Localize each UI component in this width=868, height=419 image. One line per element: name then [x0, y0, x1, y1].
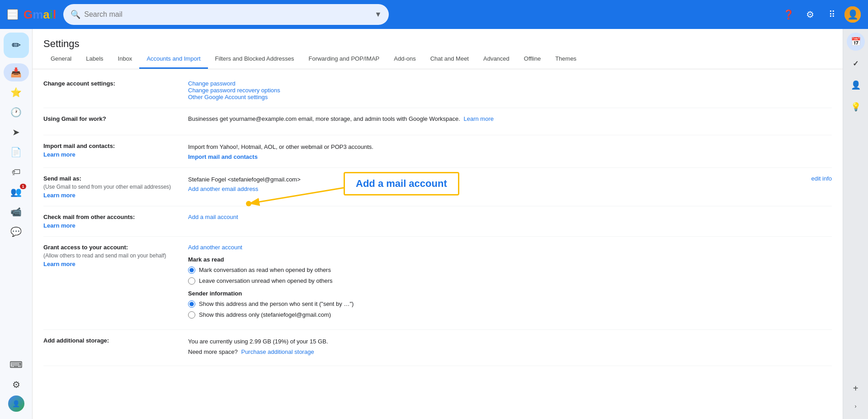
- tab-chat[interactable]: Chat and Meet: [423, 50, 476, 69]
- sidebar-item-contacts[interactable]: 👥 1: [4, 183, 29, 201]
- tab-general[interactable]: General: [43, 50, 79, 69]
- header-right: ❓ ⚙ ⠿ 👤: [779, 5, 861, 24]
- calendar-panel-button[interactable]: 📅: [847, 33, 865, 51]
- clock-icon: 🕐: [10, 107, 22, 118]
- compose-button[interactable]: ✏: [4, 33, 29, 58]
- avatar-image: 👤: [844, 6, 861, 23]
- calendar-icon: 📅: [851, 37, 861, 47]
- label-import-mail: Import mail and contacts: Learn more: [43, 143, 188, 160]
- sidebar-item-chat[interactable]: 💬: [4, 223, 29, 241]
- contacts-badge: 1: [20, 184, 26, 189]
- meet-icon: 📹: [10, 206, 22, 217]
- tab-accounts[interactable]: Accounts and Import: [139, 50, 208, 69]
- row-change-account: Change account settings: Change password…: [43, 73, 832, 108]
- sidebar-item-drafts[interactable]: 📄: [4, 143, 29, 161]
- sidebar: ✏ 📥 ⭐ 🕐 ➤ 📄 🏷 👥 1: [0, 29, 33, 419]
- add-mail-account-link[interactable]: Add a mail account: [188, 214, 238, 220]
- import-learn-more[interactable]: Learn more: [43, 151, 177, 158]
- sidebar-item-labels[interactable]: 🏷: [4, 163, 29, 181]
- search-input[interactable]: [84, 10, 371, 19]
- search-icon: 🔍: [71, 10, 80, 19]
- user-avatar-sidebar[interactable]: 👤: [8, 395, 24, 412]
- search-expand-icon[interactable]: ▼: [374, 10, 382, 19]
- row-add-storage: Add additional storage: You are currentl…: [43, 330, 832, 366]
- chat-icon: 💬: [10, 226, 22, 237]
- apps-button[interactable]: ⠿: [823, 5, 841, 24]
- add-panel-button[interactable]: +: [847, 379, 865, 397]
- label-change-account: Change account settings:: [43, 80, 188, 100]
- user-avatar-icon: 👤: [12, 400, 20, 407]
- leave-unread-option[interactable]: Leave conversation unread when opened by…: [188, 277, 832, 285]
- keep-panel-button[interactable]: 💡: [847, 98, 865, 116]
- show-only-radio[interactable]: [188, 311, 195, 319]
- contacts-panel-icon: 👤: [851, 80, 861, 90]
- sender-info-label: Sender information: [188, 290, 832, 297]
- expand-panel-button[interactable]: ›: [847, 397, 865, 415]
- show-only-option[interactable]: Show this address only (stefaniefogel@gm…: [188, 311, 832, 319]
- show-both-radio[interactable]: [188, 300, 195, 308]
- gmail-work-learn-more[interactable]: Learn more: [463, 115, 493, 122]
- mark-read-radio-group: Mark conversation as read when opened by…: [188, 267, 832, 285]
- import-mail-contacts-link[interactable]: Import mail and contacts: [188, 153, 258, 160]
- right-panel: 📅 ✓ 👤 💡 + ›: [843, 29, 868, 419]
- sidebar-item-meet[interactable]: 📹: [4, 203, 29, 221]
- tab-addons[interactable]: Add-ons: [387, 50, 423, 69]
- add-another-account-link[interactable]: Add another account: [188, 244, 242, 251]
- sender-info-radio-group: Show this address and the person who sen…: [188, 300, 832, 319]
- content-check-mail: Add a mail account: [188, 214, 832, 229]
- row-gmail-work: Using Gmail for work? Businesses get you…: [43, 108, 832, 135]
- tab-offline[interactable]: Offline: [517, 50, 548, 69]
- change-recovery-link[interactable]: Change password recovery options: [188, 87, 280, 94]
- keep-icon: 💡: [851, 102, 861, 112]
- sidebar-item-snoozed[interactable]: 🕐: [4, 103, 29, 121]
- sidebar-item-inbox[interactable]: 📥: [4, 63, 29, 81]
- tab-filters[interactable]: Filters and Blocked Addresses: [208, 50, 302, 69]
- contacts-panel-button[interactable]: 👤: [847, 76, 865, 94]
- grid-icon: ⠿: [829, 9, 835, 20]
- settings-title: Settings: [33, 29, 843, 50]
- sidebar-item-starred[interactable]: ⭐: [4, 83, 29, 101]
- settings-button[interactable]: ⚙: [801, 5, 819, 24]
- tab-themes[interactable]: Themes: [548, 50, 584, 69]
- tasks-icon: ✓: [853, 59, 859, 68]
- tab-labels[interactable]: Labels: [79, 50, 110, 69]
- header: Gmail 🔍 ▼ ❓ ⚙ ⠿ 👤: [0, 0, 868, 29]
- show-both-option[interactable]: Show this address and the person who sen…: [188, 300, 832, 308]
- sidebar-item-settings[interactable]: ⚙: [4, 376, 29, 394]
- content-add-storage: You are currently using 2.99 GB (19%) of…: [188, 337, 832, 358]
- purchase-storage-link[interactable]: Purchase additional storage: [241, 348, 314, 355]
- help-button[interactable]: ❓: [779, 5, 797, 24]
- grant-access-learn-more[interactable]: Learn more: [43, 261, 177, 267]
- search-bar[interactable]: 🔍 ▼: [63, 4, 389, 25]
- help-icon: ❓: [783, 9, 794, 20]
- mark-read-radio[interactable]: [188, 267, 195, 274]
- tasks-panel-button[interactable]: ✓: [847, 54, 865, 72]
- sent-icon: ➤: [12, 127, 20, 138]
- send-mail-learn-more[interactable]: Learn more: [43, 192, 177, 199]
- check-mail-learn-more[interactable]: Learn more: [43, 222, 177, 229]
- chevron-right-icon: ›: [855, 403, 857, 409]
- tab-inbox[interactable]: Inbox: [111, 50, 140, 69]
- main-layout: ✏ 📥 ⭐ 🕐 ➤ 📄 🏷 👥 1: [0, 29, 868, 419]
- content-grant-access: Add another account Mark as read Mark co…: [188, 244, 832, 322]
- change-password-link[interactable]: Change password: [188, 80, 236, 87]
- avatar[interactable]: 👤: [844, 6, 861, 23]
- leave-unread-radio[interactable]: [188, 277, 195, 285]
- add-email-address-link[interactable]: Add another email address: [188, 186, 258, 192]
- content[interactable]: Settings General Labels Inbox Accounts a…: [33, 29, 843, 419]
- row-import-mail: Import mail and contacts: Learn more Imp…: [43, 135, 832, 168]
- label-icon: 🏷: [12, 167, 21, 177]
- settings-body: Change account settings: Change password…: [33, 69, 843, 370]
- compose-icon: ✏: [12, 39, 21, 52]
- settings-icon: ⚙: [12, 379, 20, 390]
- edit-info-link[interactable]: edit info: [811, 175, 832, 182]
- tab-advanced[interactable]: Advanced: [476, 50, 517, 69]
- google-account-link[interactable]: Other Google Account settings: [188, 94, 268, 100]
- sidebar-item-keyboard[interactable]: ⌨: [4, 356, 29, 374]
- mark-read-option[interactable]: Mark conversation as read when opened by…: [188, 267, 832, 274]
- content-change-account: Change password Change password recovery…: [188, 80, 832, 100]
- content-import-mail: Import from Yahoo!, Hotmail, AOL, or oth…: [188, 143, 832, 160]
- tab-forwarding[interactable]: Forwarding and POP/IMAP: [301, 50, 387, 69]
- sidebar-item-sent[interactable]: ➤: [4, 123, 29, 141]
- menu-button[interactable]: [7, 9, 18, 20]
